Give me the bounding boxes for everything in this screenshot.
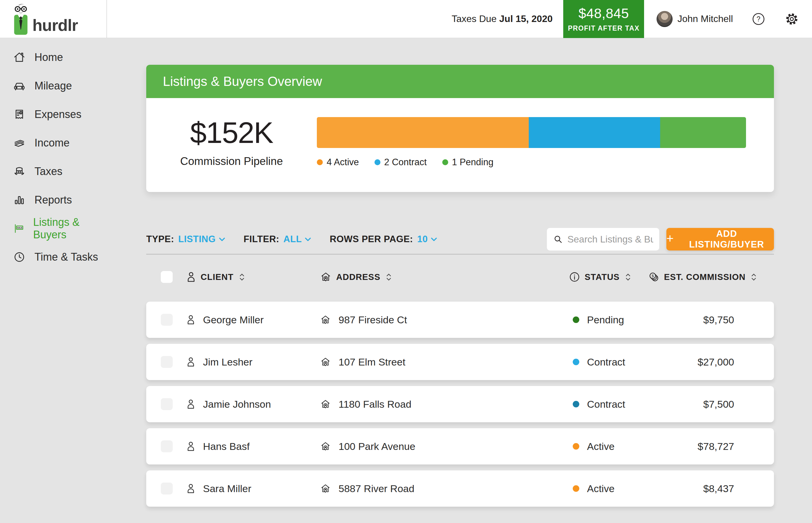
sidebar-item-time-tasks[interactable]: Time & Tasks — [13, 248, 107, 266]
column-header-status[interactable]: STATUS — [569, 272, 648, 282]
table-row[interactable]: Jim Lesher 107 Elm Street Contract $27,0… — [146, 344, 774, 380]
chevron-down-icon — [431, 237, 437, 241]
sidebar-item-listings-buyers[interactable]: SALE Listings & Buyers — [13, 220, 107, 237]
row-checkbox[interactable] — [161, 440, 173, 452]
select-all-checkbox[interactable] — [161, 271, 173, 283]
taxes-due-label: Taxes Due — [451, 13, 497, 24]
profit-label: PROFIT AFTER TAX — [568, 24, 639, 32]
type-filter-label: TYPE: — [146, 234, 174, 245]
client-name: Sara Miller — [203, 483, 251, 494]
row-checkbox[interactable] — [161, 314, 173, 326]
sidebar: Home Mileage Expenses — [0, 38, 107, 523]
person-icon — [186, 314, 195, 325]
commission-value: $27,000 — [698, 356, 734, 368]
stacked-bar — [317, 117, 746, 148]
legend-dot-contract — [375, 159, 380, 165]
sidebar-item-income[interactable]: Income — [13, 134, 107, 152]
rows-per-page-dropdown[interactable]: 10 — [417, 234, 437, 245]
type-filter-dropdown[interactable]: LISTING — [178, 234, 225, 245]
hurdlr-mascot-icon — [13, 3, 28, 37]
user-menu[interactable]: John Mitchell — [656, 11, 733, 27]
commission-value: $9,750 — [703, 314, 734, 326]
taxes-due: Taxes Due Jul 15, 2020 — [451, 13, 553, 24]
sort-arrows — [626, 274, 630, 281]
table-row[interactable]: Sara Miller 5887 River Road Active $8,43… — [146, 470, 774, 507]
table-row[interactable]: Jamie Johnson 1180 Falls Road Contract $… — [146, 386, 774, 422]
pipeline-chart: 4 Active 2 Contract 1 Pending — [317, 98, 746, 192]
chevron-down-icon — [305, 237, 311, 241]
user-name: John Mitchell — [678, 13, 733, 24]
status-filter-dropdown[interactable]: ALL — [284, 234, 311, 245]
add-listing-buyer-button[interactable]: + ADD LISTING/BUYER — [666, 228, 774, 251]
sort-arrows — [386, 274, 391, 281]
legend-dot-pending — [442, 159, 448, 165]
chart-legend: 4 Active 2 Contract 1 Pending — [317, 157, 746, 168]
search-input[interactable] — [567, 234, 653, 245]
row-checkbox[interactable] — [161, 398, 173, 410]
sidebar-item-mileage[interactable]: Mileage — [13, 77, 107, 95]
avatar — [656, 11, 673, 27]
person-icon — [186, 399, 195, 410]
status-dot — [573, 317, 579, 323]
status-dot — [573, 401, 579, 408]
commission-value: $7,500 — [703, 398, 734, 410]
gear-icon — [784, 12, 799, 26]
sort-arrows — [239, 274, 244, 281]
search-icon — [554, 234, 563, 245]
status-text: Contract — [587, 398, 625, 410]
search-box — [547, 228, 659, 251]
top-hat-icon — [13, 165, 25, 178]
sidebar-item-reports[interactable]: Reports — [13, 191, 107, 209]
coins-icon: $ — [648, 271, 659, 283]
person-icon — [186, 271, 196, 283]
top-bar: hurdlr Taxes Due Jul 15, 2020 $48,845 PR… — [0, 0, 812, 38]
table-body: George Miller 987 Fireside Ct Pending $9… — [146, 302, 774, 507]
address-text: 100 Park Avenue — [339, 441, 415, 452]
home-icon — [13, 51, 25, 64]
sort-arrows — [751, 274, 756, 281]
status-text: Active — [587, 483, 615, 494]
help-button[interactable]: ? — [752, 13, 765, 25]
address-text: 5887 River Road — [339, 483, 414, 494]
sidebar-item-expenses[interactable]: Expenses — [13, 106, 107, 123]
address-text: 987 Fireside Ct — [339, 314, 407, 326]
type-filter: TYPE: LISTING — [146, 234, 225, 245]
info-icon — [569, 272, 580, 282]
column-header-client[interactable]: CLIENT — [186, 271, 320, 283]
house-pin-icon — [320, 314, 331, 325]
overview-card-header: Listings & Buyers Overview — [146, 65, 774, 98]
list-toolbar: TYPE: LISTING FILTER: ALL ROWS PER PAGE: — [146, 228, 774, 251]
plus-icon: + — [666, 232, 674, 245]
address-text: 107 Elm Street — [339, 356, 405, 368]
svg-text:?: ? — [757, 15, 761, 23]
status-dot — [573, 359, 579, 365]
client-name: Jim Lesher — [203, 356, 252, 368]
legend-item-active: 4 Active — [317, 157, 359, 168]
rows-per-page: ROWS PER PAGE: 10 — [330, 234, 437, 245]
status-text: Pending — [587, 314, 624, 326]
client-name: George Miller — [203, 314, 264, 326]
row-checkbox[interactable] — [161, 483, 173, 494]
house-pin-icon — [320, 483, 331, 494]
brand-logo[interactable]: hurdlr — [0, 0, 107, 38]
legend-dot-active — [317, 159, 323, 165]
sidebar-item-home[interactable]: Home — [13, 49, 107, 66]
status-text: Active — [587, 441, 615, 452]
pipeline-total: $152K — [146, 118, 317, 147]
table-row[interactable]: George Miller 987 Fireside Ct Pending $9… — [146, 302, 774, 338]
table-row[interactable]: Hans Basf 100 Park Avenue Active $78,727 — [146, 428, 774, 465]
profit-after-tax-widget[interactable]: $48,845 PROFIT AFTER TAX — [563, 0, 644, 38]
house-pin-icon — [320, 271, 331, 283]
overview-title: Listings & Buyers Overview — [163, 74, 322, 89]
sidebar-item-taxes[interactable]: Taxes — [13, 163, 107, 180]
row-checkbox[interactable] — [161, 356, 173, 368]
pipeline-summary: $152K Commission Pipeline — [146, 98, 317, 192]
settings-button[interactable] — [784, 12, 799, 26]
column-header-commission[interactable]: $ EST. COMMISSION — [648, 271, 774, 283]
column-header-address[interactable]: ADDRESS — [320, 271, 569, 283]
status-dot — [573, 485, 579, 492]
bar-segment-pending — [660, 117, 746, 148]
house-pin-icon — [320, 441, 331, 452]
commission-value: $78,727 — [698, 441, 734, 452]
address-text: 1180 Falls Road — [339, 398, 411, 410]
